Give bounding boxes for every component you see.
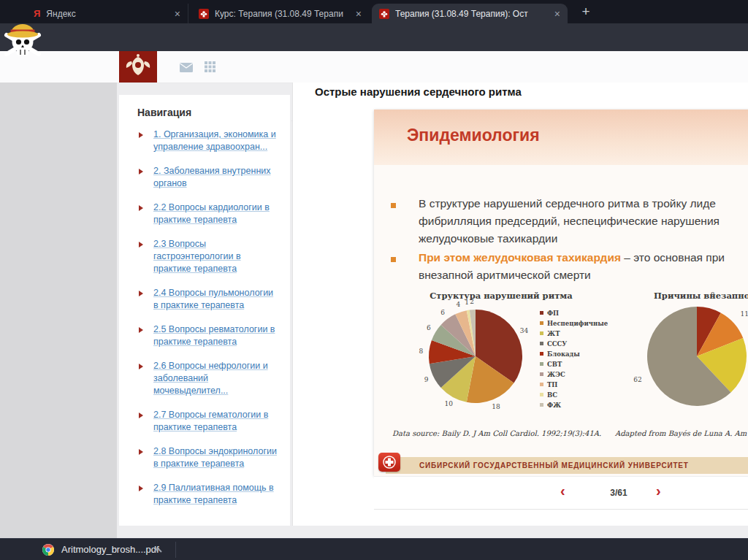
tab-title: Курс: Терапия (31.08.49 Терапи [215,9,350,19]
close-icon[interactable]: × [554,9,560,19]
pie-value-label: 6 [440,309,445,316]
grid-icon[interactable] [205,61,215,72]
legend-label: Неспецифичные [547,320,608,327]
slide-counter: 3/61 [589,488,648,498]
slide-text-line: желудочковые тахикардии [419,232,557,245]
pie-chart-legend: ФПНеспецифичныеЖТСССУБлокадыСВТЖЭСТПВСФЖ [540,310,608,412]
pie-value-label: 8 [711,291,715,299]
ssmu-favicon [199,9,209,19]
sidebar-link[interactable]: 2. Заболевания внутренних органов [153,166,271,188]
previous-slide-button[interactable]: ‹ [560,483,565,499]
sidebar-link[interactable]: 2.3 Вопросы гастроэнтерологии в практике… [153,239,241,274]
sidebar-link[interactable]: 2.9 Паллиативная помощь в практике терап… [153,483,274,505]
navigation-panel: Навигация 1. Организация, экономика и уп… [119,95,290,526]
sidebar-item: 2.3 Вопросы гастроэнтерологии в практике… [137,238,278,275]
close-icon[interactable]: × [175,9,180,19]
sidebar-item: 2.2 Вопросы кардиологии в практике терап… [137,202,278,226]
main-content: Острые нарушения сердечного ритма Эпидем… [292,83,748,526]
legend-item: Блокады [540,350,608,357]
pie-value-label: 34 [520,327,529,334]
sidebar-item: 2.6 Вопросы нефрологии и заболеваний моч… [137,360,278,397]
pie-value-label: 9 [424,376,429,383]
legend-swatch [540,372,543,376]
bullet-square-icon [391,203,396,208]
legend-swatch [540,393,543,396]
legend-label: ВС [547,391,557,399]
tab-course[interactable]: Курс: Терапия (31.08.49 Терапи × [191,4,369,23]
downloaded-file-name[interactable]: Aritmology_brosh....pdf [61,544,159,555]
legend-item: ФЖ [540,402,608,408]
legend-label: ФЖ [547,402,561,409]
page-title: Острые нарушения сердечного ритма [315,85,522,98]
sidebar-item: 2.5 Вопросы ревматологии в практике тера… [137,323,278,348]
slide-footer-bar: СИБИРСКИЙ ГОСУДАРСТВЕННЫЙ МЕДИЦИНСКИЙ УН… [386,457,748,474]
sidebar-item: 2.7 Вопросы гематологии в практике терап… [137,409,278,434]
slide-text-line: В структуре нарушений сердечного ритма в… [419,197,716,210]
legend-swatch [540,321,543,325]
legend-label: ФП [547,310,559,317]
sidebar-link[interactable]: 2.5 Вопросы ревматологии в практике тера… [153,324,275,347]
legend-item: ТП [540,381,608,388]
sidebar-item: 2.9 Паллиативная помощь в практике терап… [137,482,278,507]
slide-title: Эпидемиология [407,126,540,145]
legend-label: ЖЭС [547,371,565,378]
legend-label: Блокады [547,350,580,358]
legend-item: ЖТ [540,330,608,337]
legend-swatch [540,403,543,407]
sidebar-link[interactable]: 1. Организация, экономика и управление з… [153,129,276,152]
browser-window: Я Яндекс × Курс: Терапия (31.08.49 Терап… [0,0,748,560]
pie-value-label: 62 [633,376,641,383]
slide-text-line: внезапной аритмической смерти [419,269,591,282]
navigation-title: Навигация [137,107,191,118]
slide-text-line: При этом желудочковая тахикардия – это о… [419,251,725,264]
legend-label: ЖТ [547,330,560,337]
pie-value-label: 10 [445,400,454,407]
legend-swatch [540,311,543,315]
sidebar-link[interactable]: 2.6 Вопросы нефрологии и заболеваний моч… [153,361,268,396]
data-source-note: Data source: Baily D. J Am Coll Cardiol.… [392,429,601,437]
pie-value-label: 8 [419,348,424,355]
sidebar-link[interactable]: 2.7 Вопросы гематологии в практике терап… [153,410,268,432]
pie-chart-sudden-death-causes: 8111962 [617,294,748,418]
pie-value-label: 6 [427,324,431,331]
close-icon[interactable]: × [356,9,362,19]
highlighted-phrase: При этом желудочковая тахикардия [419,251,621,264]
tab-presentation-active[interactable]: Терапия (31.08.49 Терапия): Ост × [372,4,568,23]
legend-label: СВТ [547,361,562,368]
sidebar-item: 2.8 Вопросы эндокринологии в практике те… [137,445,278,470]
legend-swatch [540,383,543,386]
presentation-slide: Эпидемиология В структуре нарушений серд… [374,110,748,476]
ssmu-crest-logo[interactable] [119,51,157,83]
jolly-roger-logo [0,19,45,58]
slide-text: – это основная при [621,251,725,264]
legend-label: СССУ [547,340,567,348]
yandex-favicon: Я [34,8,40,19]
legend-item: СВТ [540,361,608,367]
messages-icon[interactable] [180,63,193,72]
tab-yandex[interactable]: Я Яндекс × [26,4,188,23]
ssmu-favicon [379,9,389,19]
chevron-up-icon[interactable] [153,547,162,553]
pie-value-label: 18 [492,403,500,410]
first-aid-icon [378,453,400,472]
sidebar-link[interactable]: 2.2 Вопросы кардиологии в практике терап… [153,202,270,225]
next-slide-button[interactable]: › [656,483,661,499]
legend-swatch [540,352,543,356]
browser-toolbar: online.ssmu.ru/mod/slides/view.php?id=38… [0,23,748,51]
new-tab-button[interactable]: + [577,3,595,20]
sidebar-link[interactable]: 2.8 Вопросы эндокринологии в практике те… [153,446,277,469]
slide-text-line: фибрилляция предсердий, неспецифические … [419,215,720,228]
legend-swatch [540,331,543,335]
slide-header: Эпидемиология [374,110,748,165]
pie-value-label: 1 [465,299,469,306]
navigation-list: 1. Организация, экономика и управление з… [137,129,278,518]
tab-title: Яндекс [46,9,168,19]
sidebar-link[interactable]: 2.4 Вопросы пульмонологии в практике тер… [153,288,273,310]
pie-chart-rhythm-structure: 3418109866412 [395,294,556,418]
download-bar-divider [175,542,176,558]
university-name: СИБИРСКИЙ ГОСУДАРСТВЕННЫЙ МЕДИЦИНСКИЙ УН… [419,457,689,474]
adapted-from-note: Adapted from Bayés de Luna A. Am [615,429,747,437]
legend-swatch [540,342,543,345]
legend-item: ЖЭС [540,371,608,377]
pie-value-label: 11 [741,310,748,318]
